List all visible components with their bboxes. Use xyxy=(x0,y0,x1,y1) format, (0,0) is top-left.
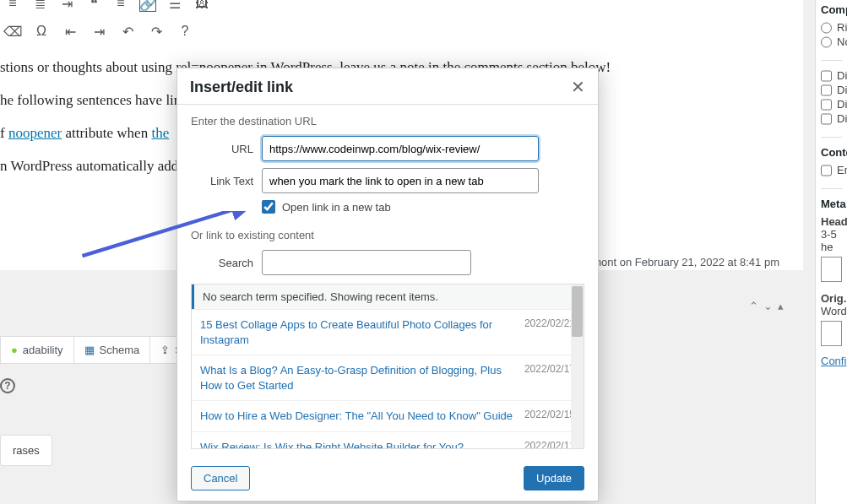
checkbox-option[interactable] xyxy=(821,113,832,125)
result-item[interactable]: 15 Best Collage Apps to Create Beautiful… xyxy=(192,309,584,355)
toolbar-row-2: ⌫ Ω ⇤ ⇥ ↶ ↷ ? xyxy=(0,19,803,44)
modal-title: Insert/edit link xyxy=(190,79,293,96)
seo-tabs: ●adability ▦Schema ⇪Soc xyxy=(0,336,206,364)
results-notice: No search term specified. Showing recent… xyxy=(192,285,584,309)
modal-footer: Cancel Update xyxy=(177,456,598,501)
quote-icon[interactable]: ❝ xyxy=(85,0,102,12)
checkbox-option[interactable] xyxy=(821,70,832,82)
checkbox-option[interactable] xyxy=(821,165,832,176)
sidebar-label: Orig. xyxy=(821,292,842,305)
tab-schema[interactable]: ▦Schema xyxy=(74,337,151,363)
sidebar-label: Head xyxy=(821,215,842,228)
sidebar-heading: Conte xyxy=(821,146,842,159)
indent2-icon[interactable]: ⇥ xyxy=(90,23,107,40)
numbered-list-icon[interactable]: ≣ xyxy=(31,0,48,12)
sidebar-value: 3-5 he xyxy=(821,228,842,253)
outdent-icon[interactable]: ⇤ xyxy=(62,23,79,40)
tab-readability[interactable]: ●adability xyxy=(1,337,74,363)
toolbar-row-1: ≡ ≣ ⇥ ❝ ≡ 🔗 ☰ 🖼 xyxy=(0,0,803,14)
content-link[interactable]: noopener xyxy=(8,125,62,141)
close-icon[interactable]: ✕ xyxy=(571,77,585,97)
panel-toggle-icons: ⌃ ⌄ ▴ xyxy=(749,300,784,312)
radio-option[interactable] xyxy=(821,22,832,34)
list-icon[interactable]: ≡ xyxy=(4,0,21,12)
search-results: No search term specified. Showing recent… xyxy=(191,284,584,449)
align-icon[interactable]: ≡ xyxy=(112,0,129,12)
sidebar: Comp Ri No Dis Dis Dis Dis Conte En Meta… xyxy=(815,0,847,504)
sidebar-heading: Meta xyxy=(821,198,842,210)
sidebar-input[interactable] xyxy=(821,257,842,282)
new-tab-label: Open link in a new tab xyxy=(282,201,391,214)
chevron-down-icon[interactable]: ⌄ xyxy=(763,300,773,312)
search-label: Search xyxy=(191,257,262,269)
scrollbar-thumb[interactable] xyxy=(572,286,583,337)
last-edited-meta: mont on February 21, 2022 at 8:41 pm xyxy=(592,256,779,268)
help-icon[interactable]: ? xyxy=(0,378,15,393)
sidebar-heading: Comp xyxy=(821,3,842,16)
search-input[interactable] xyxy=(262,250,471,275)
link-text-input[interactable] xyxy=(262,168,539,193)
new-tab-checkbox[interactable] xyxy=(262,200,275,214)
indent-icon[interactable]: ⇥ xyxy=(58,0,75,12)
image-icon[interactable]: 🖼 xyxy=(193,0,210,12)
undo-icon[interactable]: ↶ xyxy=(119,23,136,40)
omega-icon[interactable]: Ω xyxy=(33,23,50,40)
chevron-up-icon[interactable]: ⌃ xyxy=(749,300,758,312)
helper-text: Enter the destination URL xyxy=(191,115,584,127)
url-label: URL xyxy=(191,143,262,155)
result-item[interactable]: How to Hire a Web Designer: The "All You… xyxy=(192,400,584,431)
update-button[interactable]: Update xyxy=(524,466,584,490)
radio-option[interactable] xyxy=(821,36,832,48)
clear-icon[interactable]: ⌫ xyxy=(4,23,21,40)
scrollbar[interactable] xyxy=(571,285,584,448)
collapse-icon[interactable]: ▴ xyxy=(778,300,784,312)
sidebar-input[interactable] xyxy=(821,321,842,346)
existing-content-label: Or link to existing content xyxy=(191,229,584,241)
cancel-button[interactable]: Cancel xyxy=(191,466,250,490)
sidebar-value: Word xyxy=(821,305,842,317)
content-link[interactable]: the xyxy=(151,125,169,141)
result-item[interactable]: Wix Review: Is Wix the Right Website Bui… xyxy=(192,431,584,449)
modal-header: Insert/edit link ✕ xyxy=(177,68,598,105)
redo-icon[interactable]: ↷ xyxy=(148,23,165,40)
url-input[interactable] xyxy=(262,136,539,161)
help-icon[interactable]: ? xyxy=(176,23,193,40)
link-modal: Insert/edit link ✕ Enter the destination… xyxy=(176,68,599,501)
link-icon[interactable]: 🔗 xyxy=(139,0,156,12)
config-link[interactable]: Confi xyxy=(821,355,842,367)
result-item[interactable]: What Is a Blog? An Easy-to-Grasp Definit… xyxy=(192,355,584,400)
checkbox-option[interactable] xyxy=(821,99,832,111)
checkbox-option[interactable] xyxy=(821,84,832,96)
keyphrase-box[interactable]: rases xyxy=(0,435,52,466)
more-icon[interactable]: ☰ xyxy=(166,0,183,12)
link-text-label: Link Text xyxy=(191,175,262,187)
